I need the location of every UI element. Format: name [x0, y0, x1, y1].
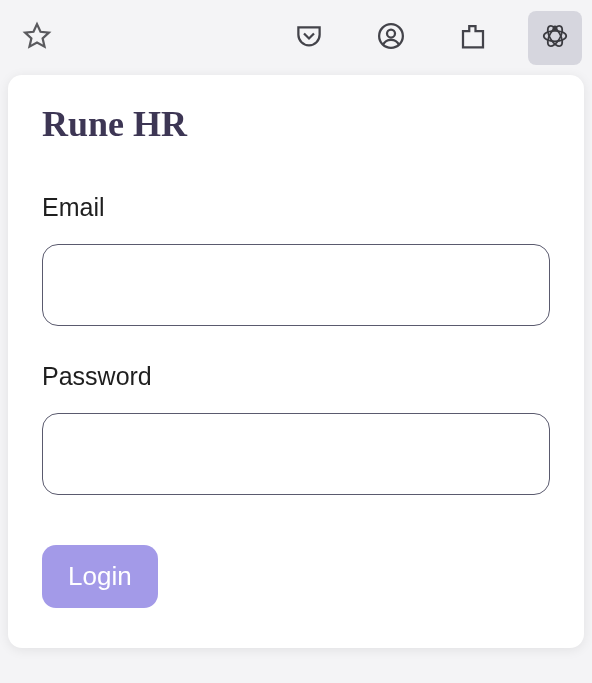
password-group: Password [42, 362, 550, 495]
password-label: Password [42, 362, 550, 391]
star-icon [22, 21, 52, 55]
toolbar-right [282, 11, 582, 65]
app-title: Rune HR [42, 103, 550, 145]
redux-devtools-icon [540, 21, 570, 55]
account-button[interactable] [364, 11, 418, 65]
email-group: Email [42, 193, 550, 326]
bookmark-star-button[interactable] [10, 11, 64, 65]
browser-toolbar [0, 0, 592, 75]
svg-point-5 [553, 26, 556, 29]
extensions-button[interactable] [446, 11, 500, 65]
password-field[interactable] [42, 413, 550, 495]
login-card: Rune HR Email Password Login [8, 75, 584, 648]
svg-point-1 [387, 29, 395, 37]
pocket-icon [294, 21, 324, 55]
toolbar-left [10, 11, 64, 65]
email-field[interactable] [42, 244, 550, 326]
account-icon [376, 21, 406, 55]
login-button[interactable]: Login [42, 545, 158, 608]
email-label: Email [42, 193, 550, 222]
redux-devtools-button[interactable] [528, 11, 582, 65]
pocket-button[interactable] [282, 11, 336, 65]
extensions-icon [458, 21, 488, 55]
